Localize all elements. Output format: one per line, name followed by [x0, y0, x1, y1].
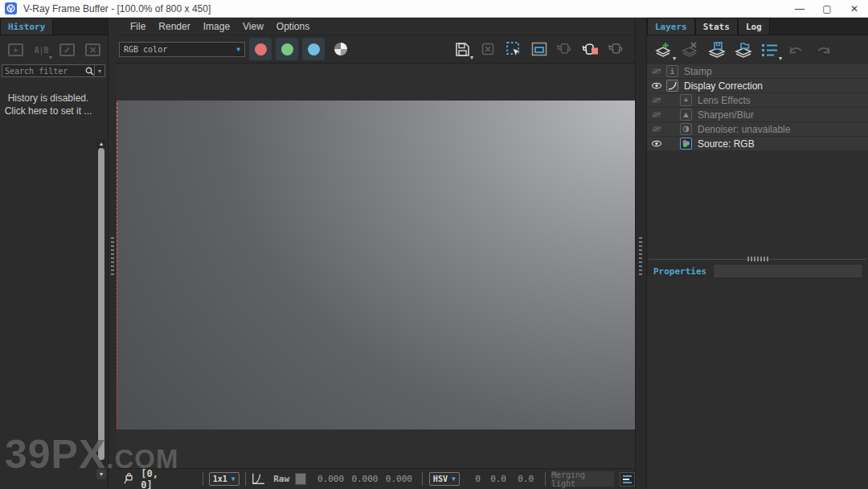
green-circle-icon [281, 43, 293, 55]
zoom-dropdown-value: 1x1 [213, 475, 227, 483]
layer-row-denoiser[interactable]: Denoiser: unavailable [647, 122, 868, 136]
history-scrollbar[interactable]: ▲ ▼ [96, 139, 106, 479]
log-line-icon [623, 479, 629, 480]
status-bar: [0, 0] 1x1 ▼ Raw 0.000 0.000 0.000 HSV ▼… [117, 468, 635, 489]
region-render-button[interactable] [505, 40, 522, 58]
raw-value-g: 0.000 [350, 474, 378, 484]
render-viewport [117, 63, 635, 468]
layer-presets-button[interactable]: ▾ [760, 41, 780, 59]
visibility-toggle[interactable] [647, 110, 666, 119]
stop-render-button[interactable] [582, 40, 600, 58]
history-message-line2: Click here to set it ... [2, 105, 95, 117]
splitter-grip[interactable] [747, 257, 770, 261]
delete-layer-button[interactable] [681, 41, 700, 59]
remove-history-button[interactable]: ✕ [84, 42, 101, 58]
splitter-grip[interactable] [639, 236, 642, 275]
tab-log[interactable]: Log [738, 18, 770, 35]
visibility-toggle[interactable] [647, 139, 666, 148]
search-filter-dropdown[interactable]: ▾ [94, 65, 104, 76]
eye-off-icon [651, 96, 662, 105]
eye-off-icon [651, 67, 662, 76]
layer-row-sharpen-blur[interactable]: Sharpen/Blur [647, 108, 868, 121]
tab-layers[interactable]: Layers [647, 18, 695, 35]
compare-ab-button[interactable]: A|B ▾ [33, 42, 50, 58]
render-status: Merging light [551, 471, 614, 487]
add-layer-button[interactable]: ▾ [654, 41, 674, 59]
visibility-toggle[interactable] [647, 96, 666, 105]
maximize-button[interactable]: ▢ [813, 0, 841, 17]
show-log-button[interactable] [620, 472, 635, 487]
window-title: V-Ray Frame Buffer - [100.0% of 800 x 45… [23, 3, 211, 14]
menu-file[interactable]: File [124, 18, 152, 35]
menu-view[interactable]: View [236, 18, 270, 35]
splitter-main-right[interactable] [635, 18, 647, 489]
close-button[interactable]: ✕ [841, 0, 868, 17]
menu-render[interactable]: Render [152, 18, 196, 35]
save-layers-button[interactable] [707, 41, 727, 59]
divider [203, 472, 203, 486]
render-last-button[interactable] [556, 40, 574, 58]
visibility-toggle[interactable] [647, 125, 666, 134]
properties-header: Properties [647, 263, 868, 278]
menu-options[interactable]: Options [270, 18, 316, 35]
minimize-button[interactable]: — [786, 0, 813, 17]
search-input[interactable] [2, 67, 85, 76]
set-a-button[interactable]: ✓ [59, 42, 76, 58]
history-disabled-message[interactable]: History is disabled. Click here to set i… [0, 92, 96, 117]
layer-label: Sharpen/Blur [698, 109, 754, 121]
menu-image[interactable]: Image [197, 18, 236, 35]
green-channel-button[interactable] [276, 38, 298, 60]
ab-compare-icon: A|B [34, 46, 48, 55]
title-bar: V-Ray Frame Buffer - [100.0% of 800 x 45… [0, 0, 868, 18]
channel-dropdown-value: RGB color [124, 45, 167, 54]
load-layers-button[interactable] [734, 41, 753, 59]
raw-value-b: 0.000 [384, 474, 412, 484]
layer-label: Stamp [684, 66, 712, 77]
redo-button[interactable] [813, 41, 833, 59]
render-button[interactable] [608, 40, 625, 58]
blue-channel-button[interactable] [302, 38, 325, 60]
load-layers-icon [735, 42, 752, 58]
chevron-down-icon: ▾ [49, 54, 52, 61]
history-panel: History + A|B ▾ ✓ ✕ ▾ History is disable… [0, 18, 108, 489]
monochrome-toggle-button[interactable] [334, 43, 347, 55]
splitter-grip[interactable] [111, 236, 114, 275]
scroll-down-icon[interactable]: ▼ [96, 469, 106, 479]
save-icon [455, 42, 470, 57]
color-curve-icon[interactable] [252, 472, 266, 486]
scrollbar-thumb[interactable] [98, 148, 104, 460]
show-frame-button[interactable] [530, 40, 548, 58]
rendered-image[interactable] [117, 101, 635, 429]
layer-row-stamp[interactable]: i Stamp [647, 64, 868, 78]
layer-row-display-correction[interactable]: Display Correction [647, 79, 868, 92]
color-space-dropdown[interactable]: HSV ▼ [429, 472, 460, 486]
layer-row-source-rgb[interactable]: Source: RGB [647, 137, 868, 150]
divider [422, 472, 423, 486]
pixel-coordinates: [0, 0] [141, 468, 171, 489]
save-layers-icon [708, 42, 726, 58]
scroll-up-icon[interactable]: ▲ [96, 139, 106, 147]
eye-off-icon [651, 110, 662, 119]
splitter-history-main[interactable] [109, 18, 117, 489]
red-channel-button[interactable] [249, 38, 272, 60]
channel-dropdown[interactable]: RGB color ▼ [119, 42, 245, 57]
save-to-history-button[interactable]: + [7, 42, 24, 58]
raw-label: Raw [273, 474, 289, 484]
tab-stats[interactable]: Stats [695, 18, 738, 35]
clear-image-button[interactable] [479, 40, 497, 58]
layer-list: i Stamp Display Correction [647, 64, 868, 151]
tab-properties[interactable]: Properties [647, 264, 713, 278]
layer-row-lens-effects[interactable]: + Lens Effects [647, 93, 868, 107]
chevron-down-icon: ▾ [779, 55, 782, 62]
tab-history[interactable]: History [0, 18, 53, 35]
main-toolbar: RGB color ▼ ▾ [117, 35, 635, 63]
undo-button[interactable] [787, 41, 806, 59]
zoom-dropdown[interactable]: 1x1 ▼ [209, 472, 240, 486]
visibility-toggle[interactable] [647, 67, 666, 76]
visibility-toggle[interactable] [647, 81, 666, 90]
layer-label: Source: RGB [698, 138, 755, 150]
layer-label: Lens Effects [698, 95, 751, 106]
add-layer-icon [655, 42, 673, 58]
save-image-button[interactable]: ▾ [453, 40, 471, 58]
pixel-probe-pin-icon[interactable] [123, 472, 133, 486]
